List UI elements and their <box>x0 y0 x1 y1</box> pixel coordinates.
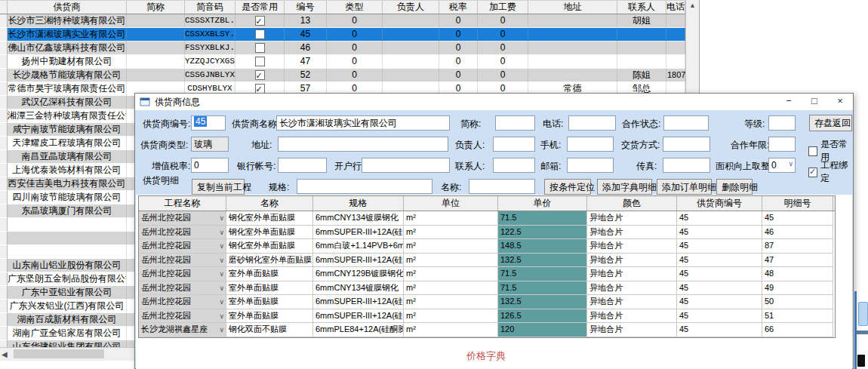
detail-id-cell[interactable]: 49 <box>762 281 833 296</box>
supplier-name-cell[interactable]: 湖南百成新材料有限公司 <box>8 313 127 327</box>
supplier-contact-cell[interactable]: 陈姐 <box>617 69 666 82</box>
supplier-code-cell[interactable]: CSSXXBLSY... <box>185 28 235 42</box>
price-cell[interactable]: 71.5 <box>498 211 587 226</box>
common-checkbox[interactable] <box>255 57 265 66</box>
detail-column-header[interactable]: 供货商编号 <box>677 196 762 211</box>
contact-input[interactable] <box>493 158 535 173</box>
supplier-id-cell[interactable]: 47 <box>285 55 327 69</box>
row-header-cell[interactable] <box>0 69 8 82</box>
row-header-cell[interactable] <box>0 164 8 177</box>
supplier-fee-cell[interactable]: 0 <box>478 14 528 28</box>
row-header-cell[interactable] <box>0 191 8 204</box>
row-header-cell[interactable] <box>0 313 8 327</box>
common-use-cell[interactable] <box>235 14 285 28</box>
row-header-cell[interactable] <box>0 204 8 218</box>
row-header-cell[interactable] <box>0 137 8 150</box>
detail-column-header[interactable]: 颜色 <box>587 196 677 211</box>
chevron-down-icon[interactable]: ∨ <box>219 212 224 225</box>
common-checkbox[interactable] <box>255 43 265 53</box>
project-cell[interactable]: 岳州北控花园∨ <box>139 295 226 309</box>
save-return-button[interactable]: 存盘返回 <box>809 115 852 131</box>
phone-input[interactable] <box>568 115 616 131</box>
row-header-cell[interactable] <box>0 42 8 55</box>
detail-grid-row[interactable]: 岳州北控花园∨室外单面贴膜6mmCNY134镀膜钢化m²71.5异地合片4549 <box>139 281 835 296</box>
color-cell[interactable]: 异地合片 <box>587 211 677 226</box>
supplier-name-cell[interactable]: 长沙晟格节能玻璃有限公司 <box>8 69 127 82</box>
price-cell[interactable]: 126.5 <box>498 309 587 324</box>
supplier-row[interactable]: 长沙市三湘特种玻璃有限公司CSSSXTZBL...13000胡姐 <box>0 14 699 28</box>
spec-cell[interactable]: 6mmSUPER-III+12A(硅... <box>313 295 404 309</box>
supplier-name-cell[interactable]: 佛山市亿鑫玻璃科技有限公司 <box>8 42 127 55</box>
spec-cell[interactable]: 6mmSUPER-III+12A(硅... <box>313 254 404 268</box>
project-cell[interactable]: 岳州北控花园∨ <box>139 254 226 268</box>
supplier-name-cell[interactable]: 长沙市三湘特种玻璃有限公司 <box>8 14 127 28</box>
price-cell[interactable]: 122.5 <box>498 226 587 240</box>
unit-cell[interactable]: m² <box>404 211 498 226</box>
supplier-code-cell[interactable]: CSSGJNBLYXGS <box>185 69 235 82</box>
chevron-down-icon[interactable]: ∨ <box>219 240 224 253</box>
detail-id-cell[interactable]: 46 <box>762 226 833 240</box>
supplier-abbr-cell[interactable] <box>127 42 185 55</box>
supplier-id-cell[interactable]: 45 <box>677 267 762 281</box>
supplier-name-cell[interactable] <box>8 245 127 259</box>
spec-cell[interactable]: 6mmSUPER-III+12A(硅... <box>313 309 404 324</box>
column-header[interactable]: 负责人 <box>383 1 439 14</box>
common-checkbox[interactable] <box>255 29 265 39</box>
column-header[interactable]: 加工费 <box>478 1 528 14</box>
detail-grid-row[interactable]: 岳州北控花园∨钢化室外单面贴膜6mmSUPER-III+12A(硅...m²12… <box>139 226 835 240</box>
column-header[interactable]: 税率 <box>439 1 478 14</box>
detail-column-header[interactable]: 单价 <box>498 196 587 211</box>
coop-years-input[interactable] <box>768 137 796 152</box>
name-cell[interactable]: 室外单面贴膜 <box>226 309 313 324</box>
detail-column-header[interactable]: 工程名称 <box>139 196 226 211</box>
supplier-id-cell[interactable]: 45 <box>677 239 762 254</box>
row-header-cell[interactable] <box>0 123 8 137</box>
chevron-down-icon[interactable]: ∨ <box>788 160 793 168</box>
spec-cell[interactable]: 6mmSUPER-III+12A(硅... <box>313 226 404 240</box>
row-header-cell[interactable] <box>0 177 8 191</box>
add-order-detail-button[interactable]: 添加订单明细 <box>657 179 712 195</box>
price-cell[interactable]: 132.5 <box>498 254 587 268</box>
supplier-name-cell[interactable]: 广东中亚铝业有限公司 <box>8 286 127 300</box>
checkbox-checked-icon[interactable] <box>808 168 817 177</box>
round-up-combobox[interactable]: 0 ∨ <box>768 158 796 173</box>
color-cell[interactable]: 异地合片 <box>587 267 677 281</box>
supplier-abbr-cell[interactable] <box>127 28 185 42</box>
price-cell[interactable]: 132.5 <box>498 295 587 309</box>
spec-cell[interactable]: 6mmCNY129B镀膜钢化 <box>313 267 404 281</box>
checkbox-icon[interactable] <box>808 146 817 156</box>
chevron-down-icon[interactable]: ∨ <box>219 254 224 267</box>
column-header[interactable]: 类型 <box>327 1 383 14</box>
supplier-name-cell[interactable]: 广东兴发铝业(江西)有限公司 <box>8 300 127 313</box>
supplier-name-cell[interactable] <box>8 232 127 245</box>
supplier-name-cell[interactable]: 咸宁南玻节能玻璃有限公司 <box>8 123 127 137</box>
column-header[interactable]: 简音码 <box>185 1 235 14</box>
supplier-fee-cell[interactable]: 0 <box>478 55 528 69</box>
row-header-cell[interactable] <box>0 55 8 69</box>
supplier-name-cell[interactable]: 常德市昊宇玻璃有限责任公司 <box>8 82 127 96</box>
price-cell[interactable]: 71.5 <box>498 267 587 281</box>
spec-filter-input[interactable] <box>297 179 432 194</box>
scroll-up-icon[interactable]: ▲ <box>686 0 699 11</box>
supplier-name-cell[interactable]: 广东坚朗五金制品股份有限公司 <box>8 272 127 286</box>
common-checkbox[interactable] <box>255 70 265 80</box>
supplier-code-cell[interactable]: FSSYXBLKJ... <box>185 42 235 55</box>
supplier-row[interactable]: 长沙晟格节能玻璃有限公司CSSGJNBLYXGS52000陈姐180751 <box>0 69 699 82</box>
detail-column-header[interactable]: 单位 <box>404 196 498 211</box>
maximize-button[interactable]: □ <box>802 94 827 110</box>
supplier-phone-cell[interactable] <box>666 28 685 42</box>
supplier-id-cell[interactable]: 45 <box>677 323 762 337</box>
detail-grid-row[interactable]: 岳州北控花园∨钢化室外单面贴膜6mm白玻+1.14PVB+6mm...m²148… <box>139 239 835 254</box>
spec-cell[interactable]: 6mm白玻+1.14PVB+6mm... <box>313 239 404 254</box>
supplier-manager-cell[interactable] <box>383 14 439 28</box>
supplier-id-cell[interactable]: 13 <box>285 14 327 28</box>
supplier-fee-cell[interactable]: 0 <box>478 42 528 55</box>
common-checkbox[interactable] <box>255 16 265 26</box>
scrollbar-thumb[interactable] <box>14 349 104 358</box>
row-header-cell[interactable] <box>0 300 8 313</box>
chevron-down-icon[interactable]: ∨ <box>219 282 224 295</box>
supplier-row[interactable]: 佛山市亿鑫玻璃科技有限公司FSSYXBLKJ...46000 <box>0 42 699 55</box>
chevron-down-icon[interactable]: ∨ <box>219 310 224 323</box>
supplier-name-cell[interactable]: 东晶玻璃厦门有限公司 <box>8 204 127 218</box>
common-use-cell[interactable] <box>235 42 285 55</box>
